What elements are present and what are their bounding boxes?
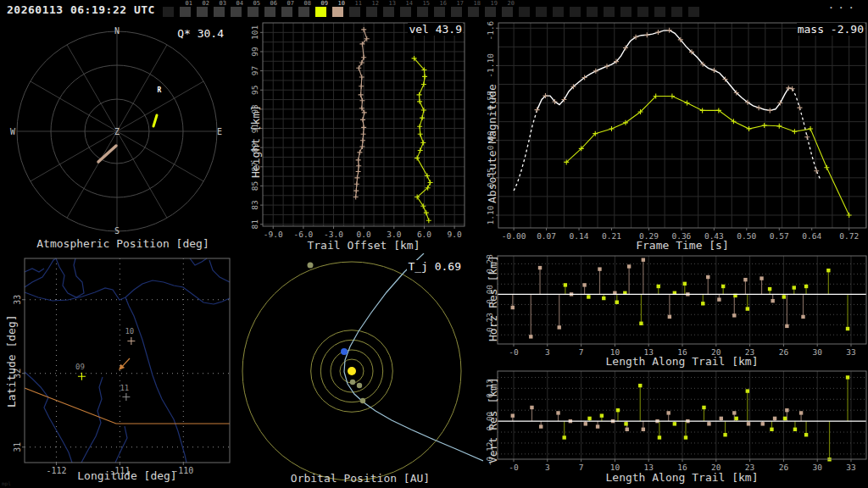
square-marker [721, 285, 725, 288]
frame-tab-16[interactable]: 16 [434, 7, 445, 17]
map-ylabel: Latitude [deg] [5, 314, 18, 408]
river-line [125, 297, 186, 463]
orbit-chart [237, 253, 483, 488]
panel-trail-offset: -9.0-6.0-3.00.03.06.09.08183858789919395… [246, 20, 483, 253]
square-marker [596, 424, 599, 428]
polar-spoke [117, 131, 167, 218]
square-marker [530, 406, 533, 409]
square-marker [701, 302, 704, 305]
square-marker [826, 269, 830, 272]
plus-marker [422, 74, 427, 79]
square-marker [702, 406, 705, 409]
square-marker [785, 324, 788, 328]
meteoroid-orbit-line [344, 253, 483, 461]
river-line [25, 372, 72, 463]
panel-vert-residuals: -03710131620232630330.120.00-0.12 Length… [483, 369, 868, 488]
plus-marker [353, 188, 359, 193]
square-marker [511, 413, 515, 417]
earth-dot [341, 348, 348, 355]
square-marker [747, 422, 750, 425]
plus-marker [644, 32, 649, 37]
square-marker [761, 422, 765, 425]
frame-tab-12[interactable]: 12 [366, 7, 377, 17]
square-marker [539, 424, 542, 428]
frame-tab-13[interactable]: 13 [383, 7, 394, 17]
atmospheric-position-chart: NESWZR [0, 20, 246, 253]
meteor-dashboard: 20260113 06:19:22 UTC 010203040506070809… [0, 0, 868, 488]
outer-planet-dot [308, 263, 314, 269]
square-marker [746, 307, 749, 310]
plus-marker [356, 158, 361, 163]
vert-residuals-chart: -03710131620232630330.120.00-0.12 [483, 369, 868, 488]
plus-marker [670, 94, 675, 99]
river-line [190, 258, 207, 265]
frame-tab-08[interactable]: 08 [298, 7, 309, 17]
frame-tab-15[interactable]: 15 [417, 7, 428, 17]
river-line [56, 258, 84, 297]
frame-tab-17[interactable]: 17 [451, 7, 462, 17]
frame-tab-04[interactable]: 04 [231, 7, 242, 17]
frame-tab-09[interactable]: 09 [315, 7, 326, 17]
square-marker [793, 286, 796, 289]
vert-ylabel: Vert Res [km] [487, 377, 499, 463]
frame-tab-06[interactable]: 06 [264, 7, 275, 17]
inner-planet-3-dot [360, 398, 365, 403]
frame-tab-07[interactable]: 07 [281, 7, 292, 17]
square-marker [717, 297, 721, 301]
river-line [25, 258, 56, 287]
orbit-title: Orbital Position [AU] [237, 472, 483, 485]
square-marker [529, 335, 532, 338]
plus-marker [360, 117, 365, 122]
atmospheric-title: Atmospheric Position [deg] [0, 237, 246, 250]
square-marker [538, 266, 542, 269]
frame-tab-18[interactable]: 18 [468, 7, 479, 17]
frame-tab-01[interactable]: 01 [180, 7, 191, 17]
frame-tab-slot [553, 7, 564, 17]
frame-tab-03[interactable]: 03 [214, 7, 225, 17]
frame-tab-05[interactable]: 05 [248, 7, 259, 17]
frame-tab-slot [163, 7, 174, 17]
plus-marker [420, 141, 426, 146]
compass-label: S [114, 226, 120, 236]
radiant-label: R [158, 86, 162, 94]
frame-tab-label: 10 [338, 0, 345, 7]
sun-dot [348, 367, 356, 375]
frame-tab-20[interactable]: 20 [502, 7, 513, 17]
plus-marker [814, 169, 819, 174]
plus-marker [847, 213, 852, 218]
overflow-menu-button[interactable]: ··· [828, 1, 858, 14]
y-tick-label: 83 [251, 200, 260, 209]
frame-tab-slot [620, 7, 632, 17]
plus-marker [786, 86, 791, 91]
x-tick-label: 6.0 [417, 230, 431, 239]
square-marker [587, 417, 591, 420]
frame-tab-slot [604, 7, 615, 17]
utc-clock: 20260113 06:19:22 UTC [7, 3, 155, 16]
y-tick-label: 81 [251, 219, 260, 230]
frame-tab-label: 18 [474, 0, 481, 7]
horz-xlabel: Length Along Trail [km] [498, 355, 866, 368]
frame-tab-label: 16 [440, 0, 447, 7]
plus-marker [756, 105, 761, 110]
plus-marker [361, 27, 366, 32]
square-marker [616, 408, 620, 412]
frame-tab-label: 20 [508, 0, 515, 7]
station-09-trail [415, 58, 431, 220]
plus-marker [362, 110, 367, 115]
frame-tab-10[interactable]: 10 [332, 7, 343, 17]
frame-tab-14[interactable]: 14 [400, 7, 411, 17]
frame-tab-slot [688, 7, 699, 17]
frame-tab-11[interactable]: 11 [349, 7, 360, 17]
frame-tab-19[interactable]: 19 [485, 7, 496, 17]
plus-marker [417, 92, 422, 97]
border-line [25, 388, 230, 424]
square-marker [771, 299, 774, 302]
frame-tab-slot [519, 7, 530, 17]
square-marker [799, 411, 803, 414]
square-marker [602, 297, 605, 300]
map-xlabel: Longitude [deg] [25, 469, 230, 482]
square-marker [657, 285, 660, 288]
plus-marker [356, 169, 361, 174]
frame-tab-02[interactable]: 02 [197, 7, 208, 17]
polar-spoke [117, 131, 203, 181]
